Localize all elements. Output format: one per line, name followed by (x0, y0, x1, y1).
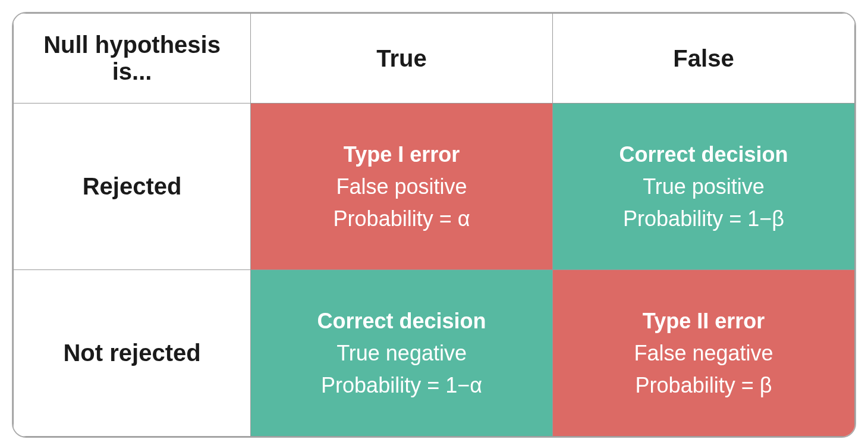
cell-line: False positive (251, 171, 552, 203)
cell-type2-error: Type II error False negative Probability… (553, 270, 855, 437)
cell-line: False negative (553, 337, 854, 369)
hypothesis-table: Null hypothesis is... True False Rejecte… (13, 13, 855, 437)
row-rejected: Rejected Type I error False positive Pro… (14, 104, 855, 270)
cell-true-negative: Correct decision True negative Probabili… (251, 270, 553, 437)
confusion-table: Null hypothesis is... True False Rejecte… (12, 12, 856, 438)
row-label-rejected: Rejected (14, 104, 251, 270)
cell-true-positive: Correct decision True positive Probabili… (553, 104, 855, 270)
cell-type1-error: Type I error False positive Probability … (251, 104, 553, 270)
cell-title: Correct decision (251, 305, 552, 337)
cell-probability: Probability = α (251, 203, 552, 235)
cell-probability: Probability = 1−α (251, 369, 552, 402)
cell-title: Type I error (251, 139, 552, 171)
row-not-rejected: Not rejected Correct decision True negat… (14, 270, 855, 437)
cell-probability: Probability = 1−β (553, 203, 854, 235)
cell-title: Correct decision (553, 139, 854, 171)
header-false: False (553, 14, 855, 104)
cell-title: Type II error (553, 305, 854, 337)
cell-line: True positive (553, 171, 854, 203)
row-label-not-rejected: Not rejected (14, 270, 251, 437)
cell-line: True negative (251, 337, 552, 369)
cell-probability: Probability = β (553, 369, 854, 402)
header-true: True (251, 14, 553, 104)
header-corner: Null hypothesis is... (14, 14, 251, 104)
